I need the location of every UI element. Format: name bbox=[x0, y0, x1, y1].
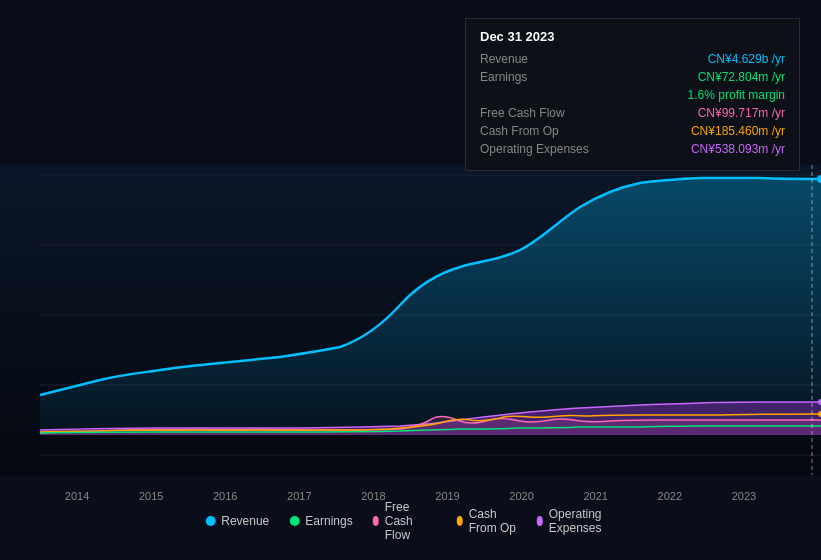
profit-margin-row: 1.6% profit margin bbox=[480, 88, 785, 102]
tooltip-date: Dec 31 2023 bbox=[480, 29, 785, 44]
legend-dot-earnings bbox=[289, 516, 299, 526]
legend-item-revenue: Revenue bbox=[205, 514, 269, 528]
tooltip-row-revenue: Revenue CN¥4.629b /yr bbox=[480, 52, 785, 66]
tooltip-row-earnings: Earnings CN¥72.804m /yr bbox=[480, 70, 785, 84]
legend-dot-fcf bbox=[373, 516, 379, 526]
legend-dot-revenue bbox=[205, 516, 215, 526]
tooltip-panel: Dec 31 2023 Revenue CN¥4.629b /yr Earnin… bbox=[465, 18, 800, 171]
legend-dot-cfo bbox=[457, 516, 463, 526]
tooltip-value-cfo: CN¥185.460m /yr bbox=[691, 124, 785, 138]
legend-label-cfo: Cash From Op bbox=[469, 507, 517, 535]
legend-item-cfo: Cash From Op bbox=[457, 507, 517, 535]
tooltip-label-opex: Operating Expenses bbox=[480, 142, 600, 156]
chart-container: Dec 31 2023 Revenue CN¥4.629b /yr Earnin… bbox=[0, 0, 821, 560]
legend-item-opex: Operating Expenses bbox=[537, 507, 616, 535]
tooltip-value-revenue: CN¥4.629b /yr bbox=[708, 52, 785, 66]
tooltip-row-fcf: Free Cash Flow CN¥99.717m /yr bbox=[480, 106, 785, 120]
x-label-2022: 2022 bbox=[658, 490, 682, 502]
tooltip-value-earnings: CN¥72.804m /yr bbox=[698, 70, 785, 84]
tooltip-label-earnings: Earnings bbox=[480, 70, 600, 84]
chart-svg bbox=[0, 165, 821, 475]
legend-item-earnings: Earnings bbox=[289, 514, 352, 528]
x-label-2015: 2015 bbox=[139, 490, 163, 502]
tooltip-label-fcf: Free Cash Flow bbox=[480, 106, 600, 120]
tooltip-row-opex: Operating Expenses CN¥538.093m /yr bbox=[480, 142, 785, 156]
legend-item-fcf: Free Cash Flow bbox=[373, 500, 437, 542]
legend-dot-opex bbox=[537, 516, 543, 526]
tooltip-row-cfo: Cash From Op CN¥185.460m /yr bbox=[480, 124, 785, 138]
legend-label-opex: Operating Expenses bbox=[549, 507, 616, 535]
legend-label-fcf: Free Cash Flow bbox=[385, 500, 437, 542]
tooltip-label-revenue: Revenue bbox=[480, 52, 600, 66]
tooltip-label-cfo: Cash From Op bbox=[480, 124, 600, 138]
chart-legend: Revenue Earnings Free Cash Flow Cash Fro… bbox=[205, 500, 616, 542]
profit-margin-text: 1.6% profit margin bbox=[688, 88, 785, 102]
legend-label-earnings: Earnings bbox=[305, 514, 352, 528]
x-label-2014: 2014 bbox=[65, 490, 89, 502]
tooltip-value-opex: CN¥538.093m /yr bbox=[691, 142, 785, 156]
tooltip-value-fcf: CN¥99.717m /yr bbox=[698, 106, 785, 120]
legend-label-revenue: Revenue bbox=[221, 514, 269, 528]
x-label-2023: 2023 bbox=[732, 490, 756, 502]
